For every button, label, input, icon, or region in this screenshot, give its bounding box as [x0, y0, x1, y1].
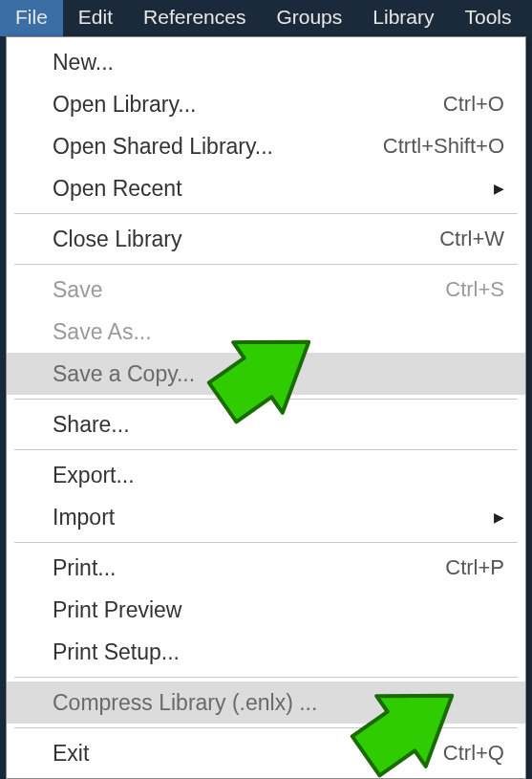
menu-item-label: Exit [53, 741, 443, 767]
menu-item-label: Save As... [53, 319, 504, 345]
menu-item-open-library[interactable]: Open Library... Ctrl+O [7, 83, 525, 125]
menubar-item-edit[interactable]: Edit [63, 0, 128, 36]
menu-item-save: Save Ctrl+S [7, 269, 525, 311]
menu-item-shortcut: Ctrl+Q [443, 741, 504, 766]
menu-item-label: Open Library... [53, 92, 443, 118]
menu-item-print-setup[interactable]: Print Setup... [7, 631, 525, 673]
menu-item-label: Export... [53, 463, 504, 488]
menu-item-shortcut: Ctrtl+Shift+O [383, 134, 504, 159]
menu-item-import[interactable]: Import ▶ [7, 496, 525, 538]
menu-separator [14, 449, 518, 450]
menu-item-label: Open Shared Library... [53, 134, 383, 160]
chevron-right-icon: ▶ [494, 509, 504, 525]
menu-item-label: Save [53, 277, 445, 303]
menubar-item-library[interactable]: Library [357, 0, 449, 36]
menu-item-new[interactable]: New... [7, 41, 525, 83]
menu-item-shortcut: Ctrl+W [439, 227, 504, 251]
menu-item-label: Close Library [53, 227, 439, 252]
menu-item-label: New... [53, 50, 504, 76]
menubar-item-references[interactable]: References [128, 0, 261, 36]
menubar-item-file[interactable]: File [0, 0, 63, 36]
menubar: File Edit References Groups Library Tool… [0, 0, 532, 36]
menu-item-export[interactable]: Export... [7, 454, 525, 496]
menubar-item-groups[interactable]: Groups [261, 0, 357, 36]
menu-separator [14, 213, 518, 214]
menu-item-label: Open Recent [53, 176, 494, 202]
menu-item-label: Compress Library (.enlx) ... [53, 690, 504, 716]
menu-separator [14, 399, 518, 400]
menu-item-save-as: Save As... [7, 311, 525, 353]
menu-item-shortcut: Ctrl+P [445, 555, 504, 580]
menu-item-exit[interactable]: Exit Ctrl+Q [7, 732, 525, 774]
menu-item-print[interactable]: Print... Ctrl+P [7, 547, 525, 589]
menu-item-label: Print Preview [53, 597, 504, 623]
menu-item-close-library[interactable]: Close Library Ctrl+W [7, 218, 525, 260]
menu-item-open-recent[interactable]: Open Recent ▶ [7, 167, 525, 209]
menu-separator [14, 727, 518, 728]
menu-item-label: Save a Copy... [53, 361, 504, 387]
menu-item-label: Share... [53, 412, 504, 438]
menu-separator [14, 542, 518, 543]
menu-item-compress-library[interactable]: Compress Library (.enlx) ... [7, 682, 525, 724]
menubar-item-tools[interactable]: Tools [450, 0, 527, 36]
chevron-right-icon: ▶ [494, 181, 504, 196]
menu-item-open-shared-library[interactable]: Open Shared Library... Ctrtl+Shift+O [7, 125, 525, 167]
menu-separator [14, 264, 518, 265]
file-dropdown-menu: New... Open Library... Ctrl+O Open Share… [6, 36, 526, 779]
menu-item-share[interactable]: Share... [7, 403, 525, 445]
menu-item-label: Print Setup... [53, 639, 504, 665]
menu-item-save-a-copy[interactable]: Save a Copy... [7, 353, 525, 395]
menu-item-shortcut: Ctrl+O [443, 92, 504, 117]
menu-item-print-preview[interactable]: Print Preview [7, 589, 525, 631]
menu-separator [14, 677, 518, 678]
menu-item-label: Print... [53, 555, 445, 581]
menu-item-shortcut: Ctrl+S [445, 277, 504, 302]
menu-item-label: Import [53, 505, 494, 530]
